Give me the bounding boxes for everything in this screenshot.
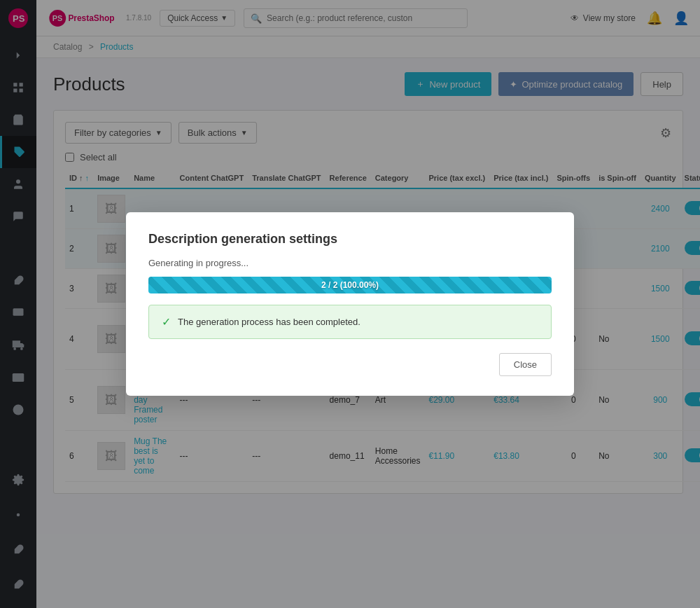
success-message-box: ✓ The generation process has been comple… — [148, 305, 552, 339]
modal-title: Description generation settings — [148, 232, 552, 247]
progress-bar-container: 2 / 2 (100.00%) — [148, 277, 552, 293]
modal-footer: Close — [148, 353, 552, 376]
progress-label: 2 / 2 (100.00%) — [148, 277, 552, 293]
modal-close-button[interactable]: Close — [499, 353, 552, 376]
checkmark-icon: ✓ — [162, 315, 171, 329]
modal-dialog: Description generation settings Generati… — [126, 212, 574, 396]
modal-status-text: Generating in progress... — [148, 258, 552, 268]
success-text: The generation process has been complete… — [178, 317, 360, 327]
modal-overlay: Description generation settings Generati… — [0, 0, 700, 608]
